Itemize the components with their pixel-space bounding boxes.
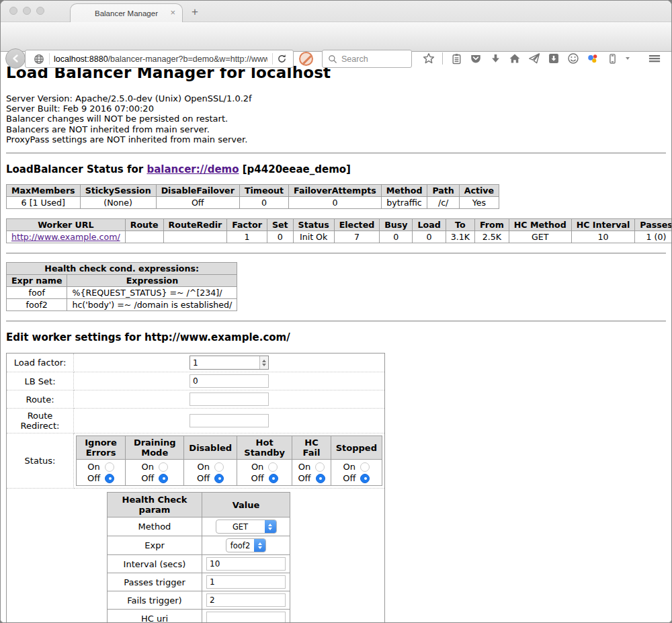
radio-line: Off [81, 472, 120, 484]
worker-header-row: Worker URLRouteRouteRedirFactorSetStatus… [7, 219, 672, 231]
worker-col-header: Set [267, 219, 293, 231]
health-select-expr[interactable]: foof2 [226, 538, 267, 552]
load-factor-input[interactable] [190, 356, 269, 370]
balancer-col-header: FailoverAttempts [289, 185, 382, 197]
radio-off-selected-hc-fail[interactable] [316, 474, 325, 483]
health-param-row: Interval (secs) [108, 555, 290, 573]
health-param-value: GET [202, 517, 290, 536]
site-identity-globe-icon[interactable] [34, 54, 44, 65]
health-field-hc-uri[interactable] [206, 612, 286, 623]
load-factor-field[interactable] [190, 356, 259, 369]
worker-cell: 0 [413, 231, 446, 243]
zoom-window-button[interactable] [36, 7, 44, 15]
hamburger-menu-icon[interactable] [648, 52, 661, 65]
health-select-method[interactable]: GET [216, 520, 277, 534]
new-tab-button[interactable]: + [192, 5, 198, 19]
url-text[interactable]: localhost:8880/balancer-manager?b=demo&w… [54, 54, 267, 64]
health-param-value [202, 610, 290, 623]
expr-table-title: Health check cond. expressions: [7, 263, 237, 275]
worker-cell [163, 231, 227, 243]
balancer-link[interactable]: balancer://demo [146, 163, 239, 175]
health-field-interval-secs-[interactable] [206, 557, 286, 571]
health-col-header: Health Check param [108, 493, 202, 517]
feedback-smiley-icon[interactable] [567, 52, 579, 65]
form-field-row: Route: [7, 390, 385, 409]
browser-tab[interactable]: Balancer Manager × [70, 3, 183, 23]
lb-status-prefix: LoadBalancer Status for [6, 163, 146, 175]
select-value: foof2 [226, 541, 255, 550]
form-text-field-2[interactable] [190, 392, 269, 406]
download-icon[interactable] [489, 52, 501, 65]
health-field-passes-trigger[interactable] [206, 575, 286, 589]
radio-on-stopped[interactable] [360, 462, 370, 472]
balancer-col-header: Timeout [239, 185, 288, 197]
worker-cell: GET [509, 231, 571, 243]
status-col-header: Disabled [184, 436, 237, 460]
clipboard-icon[interactable] [450, 52, 462, 65]
titlebar: Balancer Manager × + [1, 1, 671, 22]
radio-off-selected-ignore-errors[interactable] [105, 474, 114, 483]
radio-on-disabled[interactable] [214, 462, 224, 472]
browser-window: Balancer Manager × + localhost:8880/bala… [0, 0, 672, 623]
close-window-button[interactable] [9, 7, 17, 15]
send-plane-icon[interactable] [528, 52, 540, 65]
radio-on-ignore-errors[interactable] [105, 462, 114, 472]
worker-col-header: From [474, 219, 509, 231]
edit-worker-form: Load factor:LB Set:Route:Route Redirect:… [6, 353, 385, 623]
radio-label: Off [87, 473, 100, 483]
worker-cell: 1 (0) [635, 231, 671, 243]
worker-url-cell: http://www.example.com/ [7, 231, 126, 243]
balancer-cell: /c/ [427, 197, 459, 209]
back-button[interactable] [5, 48, 26, 69]
device-menu-caret-icon[interactable] [626, 57, 630, 60]
device-battery-icon[interactable] [606, 52, 618, 65]
balancer-col-header: MaxMembers [7, 185, 81, 197]
status-radio-cell: OnOff [331, 460, 382, 486]
divider [6, 153, 666, 154]
bookmark-star-icon[interactable] [423, 52, 435, 65]
status-label: Status: [7, 433, 74, 489]
pocket-icon[interactable] [470, 52, 482, 65]
reader-download-square-icon[interactable] [548, 52, 560, 65]
form-field-value [74, 409, 385, 433]
form-field-label: Route: [7, 390, 74, 409]
health-param-row: HC uri [108, 610, 290, 623]
radio-line: On [297, 461, 325, 472]
radio-label: Off [251, 473, 264, 483]
search-bar[interactable]: Search [322, 50, 412, 68]
health-col-header: Value [202, 493, 290, 517]
radio-line: Off [130, 472, 179, 484]
url-domain: localhost:8880 [54, 54, 108, 64]
home-icon[interactable] [509, 52, 521, 65]
status-radio-row: OnOffOnOffOnOffOnOffOnOffOnOff [77, 460, 382, 486]
radio-on-draining-mode[interactable] [159, 462, 168, 472]
colored-dots-addon-icon[interactable] [587, 52, 599, 65]
status-col-header: Draining Mode [126, 436, 184, 460]
content-blocker-icon[interactable] [299, 52, 313, 66]
urlbar-divider [49, 53, 50, 65]
form-text-field-3[interactable] [190, 414, 269, 427]
radio-off-selected-stopped[interactable] [360, 474, 370, 483]
number-stepper-icon[interactable] [259, 356, 268, 369]
url-bar[interactable]: localhost:8880/balancer-manager?b=demo&w… [25, 50, 294, 68]
health-header-row: Health Check paramValue [108, 493, 290, 517]
form-field-label: Route Redirect: [7, 409, 74, 433]
health-param-value [202, 555, 290, 573]
radio-label: Off [141, 473, 154, 483]
radio-off-selected-disabled[interactable] [214, 474, 224, 483]
form-text-field-1[interactable] [190, 374, 269, 388]
radio-on-hc-fail[interactable] [315, 462, 325, 472]
health-field-fails-trigger-[interactable] [206, 593, 286, 607]
expr-col-header: Expression [67, 275, 237, 287]
radio-off-selected-hot-standby[interactable] [269, 474, 278, 483]
worker-url-link[interactable]: http://www.example.com/ [11, 232, 120, 242]
minimize-window-button[interactable] [23, 7, 31, 15]
radio-off-selected-draining-mode[interactable] [159, 474, 168, 483]
worker-cell [125, 231, 163, 243]
reload-button[interactable] [277, 54, 287, 64]
tab-close-icon[interactable]: × [170, 8, 175, 17]
window-controls[interactable] [9, 7, 44, 15]
expr-value-cell: hc('body') =~ /domain is established/ [67, 299, 237, 311]
radio-on-hot-standby[interactable] [268, 462, 278, 472]
balancer-col-header: StickySession [80, 185, 156, 197]
